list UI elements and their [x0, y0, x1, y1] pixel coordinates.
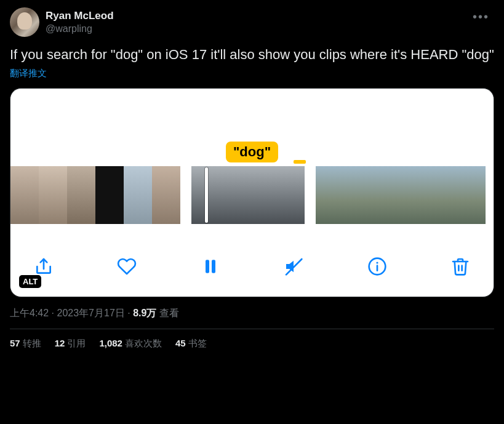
search-token-wrap: "dog" [10, 142, 494, 162]
meta-time[interactable]: 上午4:42 [10, 308, 49, 318]
clip-frame[interactable] [316, 166, 344, 224]
clip-frame[interactable] [344, 166, 372, 224]
author-handle[interactable]: @warpling [46, 23, 114, 34]
stat-num: 57 [10, 338, 20, 348]
stat-label: 引用 [67, 338, 86, 348]
stat-num: 12 [55, 338, 65, 348]
media-card[interactable]: "dog" [10, 88, 494, 297]
tweet-header: Ryan McLeod @warpling ••• [10, 7, 494, 37]
translate-link[interactable]: 翻译推文 [10, 68, 494, 79]
author-names: Ryan McLeod @warpling [46, 10, 114, 34]
clip-group[interactable] [10, 166, 180, 224]
svg-rect-1 [212, 260, 215, 273]
clip-frame[interactable] [10, 166, 39, 224]
meta-date[interactable]: 2023年7月17日 [57, 308, 124, 318]
timeline-marker [294, 160, 306, 164]
pause-icon[interactable] [201, 257, 220, 276]
clip-frame[interactable] [429, 166, 457, 224]
stat-label: 转推 [23, 338, 41, 348]
clip-frame[interactable] [276, 166, 305, 224]
stat-label: 喜欢次数 [125, 338, 162, 348]
clip-frame[interactable] [248, 166, 276, 224]
tweet-meta: 上午4:42 · 2023年7月17日 · 8.9万 查看 [10, 307, 494, 320]
tweet-stats: 57转推 12引用 1,082喜欢次数 45书签 [10, 338, 494, 350]
clip-frame[interactable] [401, 166, 429, 224]
meta-sep: · [127, 308, 133, 318]
share-icon[interactable] [34, 257, 54, 276]
clip-group[interactable] [191, 166, 305, 224]
trash-icon[interactable] [450, 257, 470, 276]
search-token-label: "dog" [226, 142, 278, 162]
media-toolbar [10, 224, 494, 297]
divider [10, 329, 494, 329]
stat-retweets[interactable]: 57转推 [10, 338, 41, 350]
stat-num: 45 [175, 338, 186, 348]
playhead[interactable] [205, 167, 208, 223]
clip-frame[interactable] [372, 166, 401, 224]
clip-frame[interactable] [220, 166, 248, 224]
stat-label: 书签 [188, 338, 207, 348]
heart-icon[interactable] [117, 257, 137, 276]
clip-frame[interactable] [457, 166, 486, 224]
clip-timeline[interactable] [10, 166, 494, 224]
svg-point-5 [376, 262, 378, 263]
clip-frame[interactable] [152, 166, 180, 224]
media-top-spacer [10, 89, 494, 142]
tweet-container: Ryan McLeod @warpling ••• If you search … [0, 0, 504, 357]
stat-quotes[interactable]: 12引用 [55, 338, 86, 350]
stat-likes[interactable]: 1,082喜欢次数 [99, 338, 162, 350]
tweet-text: If you search for "dog" on iOS 17 it'll … [10, 46, 494, 64]
alt-badge[interactable]: ALT [19, 275, 41, 288]
stat-bookmarks[interactable]: 45书签 [175, 338, 207, 350]
svg-rect-0 [206, 260, 209, 273]
avatar[interactable] [10, 7, 39, 37]
stat-num: 1,082 [99, 338, 122, 348]
views-number[interactable]: 8.9万 [133, 308, 156, 318]
clip-frame[interactable] [67, 166, 95, 224]
clip-frame[interactable] [95, 166, 124, 224]
more-icon[interactable]: ••• [468, 7, 494, 26]
mute-icon[interactable] [284, 257, 303, 276]
clip-group[interactable] [316, 166, 486, 224]
display-name[interactable]: Ryan McLeod [46, 10, 114, 22]
clip-frame[interactable] [39, 166, 67, 224]
info-icon[interactable] [367, 257, 387, 276]
clip-frame[interactable] [124, 166, 152, 224]
views-label-text: 查看 [159, 308, 179, 318]
author-block[interactable]: Ryan McLeod @warpling [10, 7, 114, 37]
